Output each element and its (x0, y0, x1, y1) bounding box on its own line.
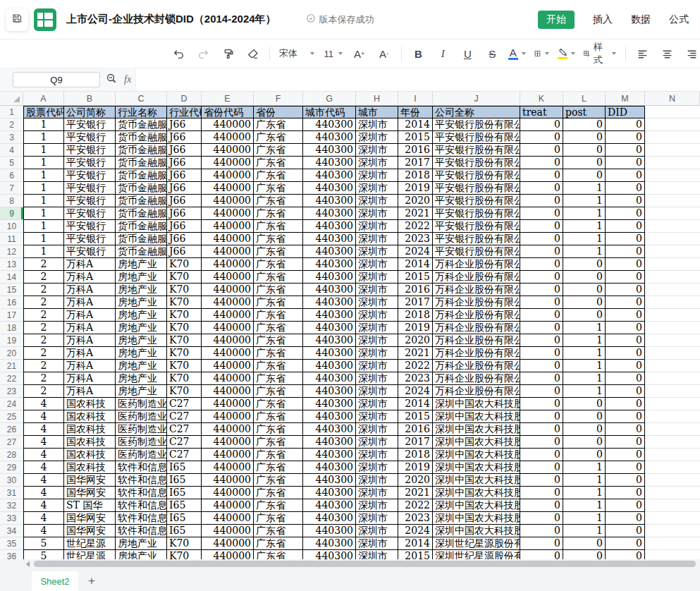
cell[interactable]: 1 (563, 525, 606, 537)
row-header-33[interactable]: 33 (0, 512, 23, 525)
header-cell[interactable]: 行业代码 (167, 106, 202, 118)
cell[interactable]: 平安银行股份有限公司 (433, 144, 520, 157)
column-header-H[interactable]: H (356, 92, 398, 106)
cell[interactable]: 0 (520, 550, 563, 559)
cell[interactable]: 440300 (303, 512, 356, 525)
cell[interactable]: 440300 (303, 550, 356, 559)
cell[interactable]: 广东省 (254, 550, 303, 559)
cell[interactable] (645, 296, 700, 309)
cell[interactable]: 1 (563, 220, 606, 233)
row-header-35[interactable]: 35 (0, 537, 23, 550)
cell[interactable]: 平安银行 (64, 245, 116, 258)
cell[interactable]: 深圳市 (356, 436, 398, 449)
cell[interactable]: 广东省 (254, 372, 303, 385)
cell[interactable]: 440300 (303, 449, 356, 461)
cell[interactable]: 440000 (202, 449, 254, 461)
cell[interactable]: 国农科技 (64, 398, 116, 410)
cell[interactable]: 深圳中国农大科技股份有限公司 (433, 410, 520, 423)
cell[interactable]: 0 (606, 347, 645, 360)
font-family-select[interactable]: 宋体 (279, 47, 315, 60)
cell[interactable]: 广东省 (254, 512, 303, 525)
cell[interactable]: 440000 (202, 207, 254, 220)
cell[interactable]: 广东省 (254, 322, 303, 334)
cell[interactable]: 0 (606, 233, 645, 245)
cell[interactable]: C27 (167, 449, 202, 461)
cell[interactable]: 440000 (202, 169, 254, 182)
cell[interactable]: 医药制造业 (116, 449, 167, 461)
cell[interactable]: 平安银行股份有限公司 (433, 233, 520, 245)
cell[interactable]: 2022 (398, 499, 433, 512)
cell[interactable]: 0 (520, 195, 563, 207)
cell[interactable]: 平安银行股份有限公司 (433, 118, 520, 131)
cell[interactable]: 0 (520, 487, 563, 499)
cell[interactable]: 0 (606, 499, 645, 512)
cell[interactable]: 0 (606, 487, 645, 499)
cell[interactable]: 平安银行股份有限公司 (433, 169, 520, 182)
cell[interactable]: 平安银行股份有限公司 (433, 207, 520, 220)
cell[interactable]: 2015 (398, 410, 433, 423)
cell[interactable]: 1 (23, 233, 64, 245)
cell[interactable]: 软件和信息技术服务业 (116, 525, 167, 537)
cell[interactable]: 深圳市 (356, 385, 398, 398)
column-header-M[interactable]: M (606, 92, 645, 106)
cell[interactable]: K70 (167, 347, 202, 360)
zoom-locate-button[interactable] (106, 73, 117, 87)
row-header-23[interactable]: 23 (0, 385, 23, 398)
cell[interactable]: 440000 (202, 385, 254, 398)
cell[interactable]: 2023 (398, 512, 433, 525)
cell[interactable]: 0 (520, 182, 563, 195)
font-size-decrease-button[interactable]: A- (376, 44, 392, 63)
cell[interactable]: 深圳市 (356, 195, 398, 207)
cell[interactable]: K70 (167, 372, 202, 385)
cell[interactable]: 深圳市 (356, 398, 398, 410)
cell[interactable] (645, 372, 700, 385)
italic-button[interactable]: I (435, 44, 450, 63)
align-right-button[interactable] (684, 44, 700, 63)
cell[interactable]: 万科企业股份有限公司 (433, 284, 520, 296)
row-header-11[interactable]: 11 (0, 233, 23, 245)
cell[interactable] (645, 245, 700, 258)
cell[interactable]: 深圳中国农大科技股份有限公司 (433, 512, 520, 525)
cell[interactable]: 440300 (303, 271, 356, 284)
redo-button[interactable] (195, 44, 211, 63)
cell[interactable]: 2020 (398, 195, 433, 207)
cell[interactable]: 平安银行股份有限公司 (433, 220, 520, 233)
cell[interactable]: 0 (520, 334, 563, 347)
cell[interactable]: 平安银行 (64, 131, 116, 144)
cell[interactable]: K70 (167, 309, 202, 322)
cell[interactable]: 货币金融服务 (116, 131, 167, 144)
cell[interactable]: 房地产业 (116, 347, 167, 360)
cell[interactable]: 货币金融服务 (116, 207, 167, 220)
cell[interactable]: 0 (520, 118, 563, 131)
cell[interactable]: 医药制造业 (116, 436, 167, 449)
cell[interactable]: 1 (563, 195, 606, 207)
cell[interactable]: 0 (520, 499, 563, 512)
cell[interactable]: 2016 (398, 423, 433, 436)
cell[interactable]: 平安银行 (64, 207, 116, 220)
cell[interactable]: 0 (606, 131, 645, 144)
cell[interactable]: 国农科技 (64, 423, 116, 436)
cell[interactable] (645, 106, 700, 118)
cell[interactable]: 万科企业股份有限公司 (433, 385, 520, 398)
cell[interactable]: 440300 (303, 118, 356, 131)
cell[interactable]: 440300 (303, 385, 356, 398)
cell[interactable]: 0 (563, 398, 606, 410)
align-center-button[interactable] (660, 44, 675, 63)
cell[interactable]: 0 (606, 309, 645, 322)
cell[interactable]: 房地产业 (116, 550, 167, 559)
cell[interactable]: 4 (23, 398, 64, 410)
horizontal-scrollbar[interactable] (0, 559, 700, 568)
cell[interactable]: 2014 (398, 398, 433, 410)
row-header-20[interactable]: 20 (0, 347, 23, 360)
cell[interactable] (645, 182, 700, 195)
row-header-29[interactable]: 29 (0, 461, 23, 474)
align-left-button[interactable] (635, 44, 651, 63)
cell[interactable]: C27 (167, 436, 202, 449)
cell[interactable]: 平安银行股份有限公司 (433, 157, 520, 169)
cell[interactable]: 广东省 (254, 309, 303, 322)
row-header-31[interactable]: 31 (0, 487, 23, 499)
cell[interactable]: 0 (606, 449, 645, 461)
cell[interactable]: 440000 (202, 525, 254, 537)
column-header-I[interactable]: I (398, 92, 433, 106)
cell[interactable]: 国农科技 (64, 449, 116, 461)
